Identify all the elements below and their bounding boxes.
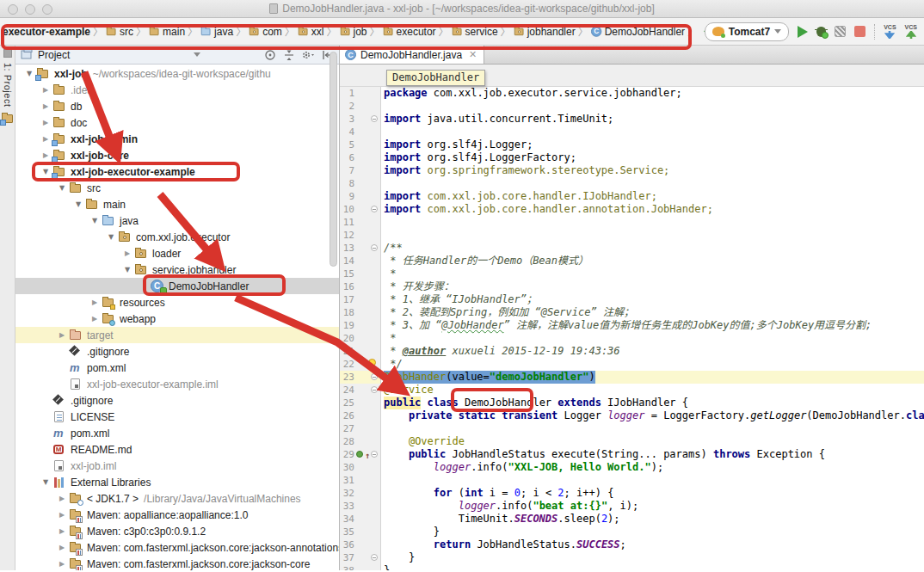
- tree-expanded-icon[interactable]: ▼: [88, 217, 102, 224]
- code-line-34[interactable]: 34 TimeUnit.SECONDS.sleep(2);: [340, 513, 924, 526]
- fold-marker-icon[interactable]: [371, 451, 378, 458]
- tree-item-xxl-job-executor-example-iml[interactable]: xxl-job-executor-example.iml: [15, 376, 339, 392]
- code-line-4[interactable]: 4: [340, 126, 924, 138]
- tree-expanded-icon[interactable]: ▼: [22, 70, 36, 77]
- tree-collapsed-icon[interactable]: ▶: [55, 511, 69, 519]
- vcs-update-button[interactable]: VCS: [884, 24, 896, 39]
- tool-window-switcher-icon[interactable]: [3, 49, 12, 58]
- code-line-28[interactable]: 28 @Override: [340, 435, 924, 448]
- tree-item-webapp[interactable]: ▶webapp: [15, 311, 339, 327]
- tree-item-db[interactable]: ▶db: [15, 98, 339, 114]
- code-line-27[interactable]: 27: [340, 422, 924, 435]
- tree-collapsed-icon[interactable]: ▶: [55, 560, 69, 568]
- tree-item-license[interactable]: LICENSE: [15, 409, 339, 425]
- code-line-11[interactable]: 11: [340, 216, 924, 229]
- tree-item-maven-com-fasterxml-jackson-core-jackson-annotations[interactable]: ▶Maven: com.fasterxml.jackson.core:jacks…: [15, 539, 339, 556]
- breadcrumb-item-executor-example[interactable]: executor-example: [3, 26, 90, 38]
- tree-item-service-jobhandler[interactable]: ▼service.jobhandler: [15, 261, 339, 278]
- tree-item-doc[interactable]: ▶doc: [15, 114, 339, 131]
- tree-expanded-icon[interactable]: ▼: [71, 200, 85, 208]
- tree-item-src[interactable]: ▼src: [15, 180, 339, 196]
- breadcrumb-item-service[interactable]: service: [452, 25, 498, 39]
- tree-item-demojobhandler[interactable]: CDemoJobHandler: [15, 278, 339, 294]
- breadcrumb-item-java[interactable]: java: [200, 25, 233, 39]
- tree-collapsed-icon[interactable]: ▶: [39, 102, 52, 110]
- breadcrumb-item-com[interactable]: com: [249, 25, 282, 39]
- tree-expanded-icon[interactable]: ▼: [39, 478, 52, 486]
- tree-collapsed-icon[interactable]: ▶: [39, 151, 52, 159]
- tree-item-target[interactable]: ▶target: [15, 327, 339, 343]
- code-line-3[interactable]: 3import java.util.concurrent.TimeUnit;: [340, 113, 924, 126]
- tree-item-external-libraries[interactable]: ▼External Libraries: [15, 474, 339, 490]
- breadcrumb-item-job[interactable]: job: [340, 25, 367, 39]
- settings-gear-button[interactable]: [301, 48, 315, 62]
- tree-item-readme-md[interactable]: MREADME.md: [15, 441, 339, 458]
- code-line-36[interactable]: 36 return JobHandleStatus.SUCCESS;: [340, 538, 924, 551]
- tree-collapsed-icon[interactable]: ▶: [55, 331, 69, 339]
- code-line-26[interactable]: 26 private static transient Logger logge…: [340, 409, 924, 422]
- code-line-1[interactable]: 1package com.xxl.job.executor.service.jo…: [340, 87, 924, 100]
- tree-expanded-icon[interactable]: ▼: [104, 233, 118, 241]
- vcs-commit-button[interactable]: VCS: [905, 24, 917, 39]
- lookup-popup[interactable]: DemoJobHandler: [386, 70, 485, 86]
- code-line-18[interactable]: 18 * 2、装配到Spring，例如加 “@Service” 注解；: [340, 306, 924, 319]
- close-window-button[interactable]: [8, 4, 18, 15]
- code-line-13[interactable]: 13/**: [340, 242, 924, 255]
- tree-item--idea[interactable]: ▶.idea: [15, 82, 339, 98]
- tree-collapsed-icon[interactable]: ▶: [39, 135, 52, 143]
- fold-marker-icon[interactable]: [371, 244, 378, 251]
- project-view-selector[interactable]: Project: [38, 49, 70, 61]
- project-view-chevron-icon[interactable]: [194, 52, 200, 57]
- tree-item-maven-com-fasterxml-jackson-core-jackson-core[interactable]: ▶Maven: com.fasterxml.jackson.core:jacks…: [15, 556, 339, 570]
- tree-item-pom-xml[interactable]: mpom.xml: [15, 425, 339, 441]
- code-line-23[interactable]: 23@JobHander(value="demoJobHandler"): [340, 371, 924, 384]
- tree-item-xxl-job-executor-example[interactable]: ▼xxl-job-executor-example: [15, 163, 339, 180]
- tree-item-maven-aopalliance-aopalliance-1-0[interactable]: ▶Maven: aopalliance:aopalliance:1.0: [15, 507, 339, 523]
- code-line-12[interactable]: 12: [340, 229, 924, 242]
- code-line-14[interactable]: 14 * 任务Handler的一个Demo（Bean模式）: [340, 255, 924, 268]
- stop-button[interactable]: [854, 26, 865, 37]
- tree-collapsed-icon[interactable]: ▶: [55, 527, 69, 535]
- code-line-37[interactable]: 37 }: [340, 551, 924, 564]
- tree-item-maven-c3p0-c3p0-0-9-1-2[interactable]: ▶Maven: c3p0:c3p0:0.9.1.2: [15, 523, 339, 539]
- fold-marker-icon[interactable]: [371, 206, 378, 212]
- fold-marker-icon[interactable]: [371, 115, 378, 122]
- fold-marker-icon[interactable]: [371, 373, 378, 380]
- code-line-5[interactable]: 5import org.slf4j.Logger;: [340, 138, 924, 151]
- code-editor[interactable]: 1package com.xxl.job.executor.service.jo…: [340, 87, 924, 570]
- debug-button[interactable]: [816, 27, 826, 37]
- code-line-30[interactable]: 30 logger.info("XXL-JOB, Hello World.");: [340, 461, 924, 474]
- project-tool-window-tab[interactable]: 1: Project: [3, 63, 13, 107]
- fold-marker-icon[interactable]: [371, 554, 378, 561]
- close-tab-icon[interactable]: ✕: [469, 49, 477, 60]
- breadcrumb[interactable]: executor-example〉src〉main〉java〉com〉xxl〉j…: [0, 23, 705, 40]
- tree-collapsed-icon[interactable]: ▶: [88, 298, 102, 306]
- minimize-window-button[interactable]: [25, 4, 35, 15]
- tree-item-loader[interactable]: ▶loader: [15, 245, 339, 261]
- code-line-15[interactable]: 15 *: [340, 268, 924, 280]
- tree-item-xxl-job-admin[interactable]: ▶xxl-job-admin: [15, 131, 339, 147]
- overrides-icon[interactable]: [356, 451, 363, 458]
- tree-item--gitignore[interactable]: .gitignore: [15, 392, 339, 409]
- code-line-9[interactable]: 9import com.xxl.job.core.handler.IJobHan…: [340, 190, 924, 203]
- intention-bulb-icon[interactable]: [368, 359, 376, 366]
- tree-collapsed-icon[interactable]: ▶: [39, 86, 52, 94]
- breadcrumb-item-executor[interactable]: executor: [383, 25, 436, 39]
- run-configuration-select[interactable]: Tomcat7: [705, 22, 789, 41]
- tree-item-pom-xml[interactable]: mpom.xml: [15, 360, 339, 376]
- tree-expanded-icon[interactable]: ▼: [120, 266, 134, 274]
- code-line-19[interactable]: 19 * 3、加 “@JobHander” 注解，注解value值为新增任务生成…: [340, 319, 924, 332]
- locate-file-button[interactable]: [263, 48, 277, 62]
- tree-item-xxl-job-core[interactable]: ▶xxl-job-core: [15, 147, 339, 163]
- code-line-8[interactable]: 8: [340, 177, 924, 190]
- tree-item--gitignore[interactable]: .gitignore: [15, 343, 339, 360]
- code-line-33[interactable]: 33 logger.info("beat at:{}", i);: [340, 500, 924, 513]
- code-line-35[interactable]: 35 }: [340, 526, 924, 538]
- tree-item-xxl-job[interactable]: ▼xxl-job~/workspaces/idea-git-workspace/…: [15, 65, 339, 82]
- project-tree-scrollbar[interactable]: [330, 52, 337, 267]
- code-line-21[interactable]: 21 * @author xuxueli 2015-12-19 19:43:36: [340, 345, 924, 358]
- code-line-17[interactable]: 17 * 1、继承 “IJobHandler”；: [340, 293, 924, 306]
- tree-item-xxl-job-iml[interactable]: xxl-job.iml: [15, 458, 339, 474]
- tree-collapsed-icon[interactable]: ▶: [55, 544, 69, 551]
- tree-collapsed-icon[interactable]: ▶: [120, 249, 134, 257]
